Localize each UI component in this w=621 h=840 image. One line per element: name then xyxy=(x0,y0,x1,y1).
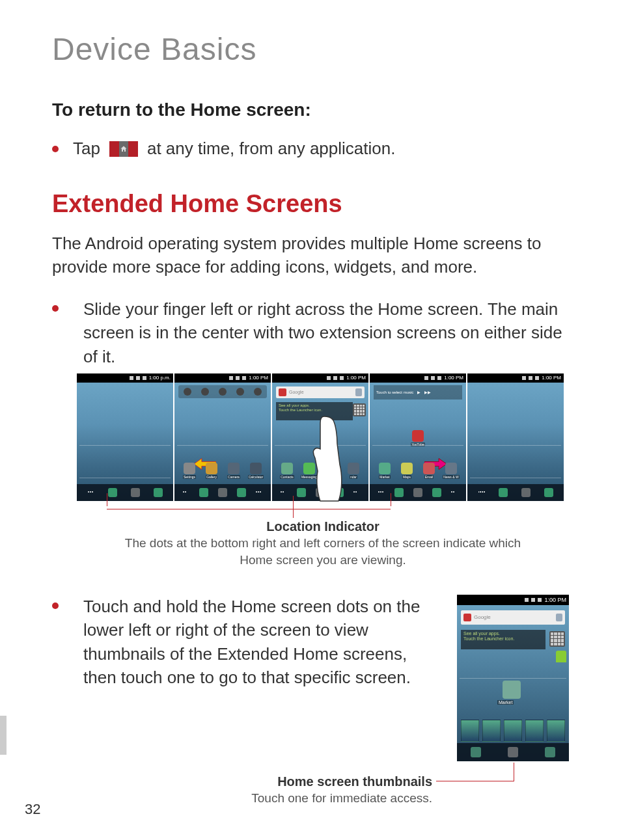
dock-bar xyxy=(370,484,466,501)
callout2-title: Home screen thumbnails xyxy=(277,774,432,789)
play-icon: ▶ xyxy=(417,390,421,394)
status-time: 1:00 p.m. xyxy=(149,375,171,381)
phone-icon xyxy=(108,488,117,497)
apps-grid-icon xyxy=(508,747,518,757)
callout1-title: Location Indicator xyxy=(77,519,569,534)
home-thumbnail xyxy=(525,720,544,742)
launcher-tip: See all your apps. Touch the Launcher ic… xyxy=(461,630,545,649)
bullet2-text: Touch and hold the Home screen dots on t… xyxy=(83,595,441,690)
bullet-icon xyxy=(52,146,59,152)
next-icon: ▶▶ xyxy=(424,390,431,394)
mic-icon xyxy=(556,614,562,621)
home-screen-5: 1:00 PM xyxy=(467,373,564,501)
chapter-title: Device Basics xyxy=(52,31,569,67)
google-search-widget: Google xyxy=(461,610,565,625)
callout2-sub: Touch one for immediate access. xyxy=(251,791,432,806)
status-bar: 1:00 PM xyxy=(370,373,466,383)
tap-text-after: at any time, from any application. xyxy=(147,139,396,159)
return-home-heading: To return to the Home screen: xyxy=(52,100,569,120)
status-bar: 1:00 PM xyxy=(467,373,564,383)
music-prompt: Touch to select music xyxy=(376,390,413,394)
status-bar: 1:00 PM xyxy=(272,373,368,383)
tap-instruction: Tap at any time, from any application. xyxy=(52,139,569,159)
music-widget: Touch to select music ▶ ▶▶ xyxy=(374,385,462,400)
status-bar: 1:00 PM xyxy=(174,373,271,383)
search-placeholder: Google xyxy=(474,614,491,620)
bullet-icon xyxy=(52,305,59,312)
callout1-sub: The dots at the bottom right and left co… xyxy=(116,535,530,568)
google-search-widget: Google xyxy=(276,386,365,398)
bullet-slide: Slide your finger left or right across t… xyxy=(52,297,569,368)
dock-bar xyxy=(457,743,569,761)
dock-bar xyxy=(174,484,271,501)
google-icon xyxy=(463,614,471,621)
finger-icon xyxy=(306,413,345,504)
intro-body: The Android operating system provides mu… xyxy=(52,232,569,279)
tap-text-before: Tap xyxy=(73,139,100,159)
search-placeholder: Google xyxy=(289,390,304,394)
status-time: 1:00 PM xyxy=(542,375,561,381)
callout-thumbnails: Home screen thumbnails Touch one for imm… xyxy=(52,774,569,820)
home-screen-1: 1:00 p.m. xyxy=(77,373,173,501)
page-number: 32 xyxy=(25,801,40,818)
phone-icon xyxy=(471,747,481,757)
power-control-widget xyxy=(178,385,267,398)
status-time: 1:00 PM xyxy=(544,597,566,603)
home-thumbnail xyxy=(504,720,522,742)
home-screen-4: 1:00 PM Touch to select music ▶ ▶▶ YouTu… xyxy=(370,373,466,501)
android-icon xyxy=(556,651,566,662)
dock-bar xyxy=(467,484,564,501)
home-thumbnail xyxy=(482,720,501,742)
section-heading: Extended Home Screens xyxy=(52,190,569,218)
figure-extended-screens: 1:00 p.m. 1:00 PM xyxy=(77,373,569,573)
bullet-icon xyxy=(52,603,59,609)
google-icon xyxy=(279,388,286,396)
status-time: 1:00 PM xyxy=(249,375,268,381)
launcher-grid-icon xyxy=(353,403,366,416)
home-button-icon xyxy=(109,141,138,157)
market-icon xyxy=(503,681,521,699)
house-icon xyxy=(120,145,128,153)
dock-dots-left xyxy=(88,491,94,494)
browser-icon xyxy=(545,747,555,757)
apps-grid-icon xyxy=(131,488,140,497)
home-screen-2: 1:00 PM Settings Gallery Camera Calculat… xyxy=(174,373,271,501)
status-time: 1:00 PM xyxy=(444,375,463,381)
callout-location-indicator: Location Indicator The dots at the botto… xyxy=(77,501,569,573)
bullet1-text: Slide your finger left or right across t… xyxy=(83,297,569,368)
status-time: 1:00 PM xyxy=(346,375,366,381)
launcher-grid-icon xyxy=(549,631,565,647)
bullet-thumbnails-row: Touch and hold the Home screen dots on t… xyxy=(52,595,569,761)
mic-icon xyxy=(355,388,362,396)
home-thumbnail xyxy=(461,720,479,742)
dock-bar xyxy=(77,484,173,501)
browser-icon xyxy=(154,488,163,497)
status-bar: 1:00 PM xyxy=(457,595,569,605)
home-thumbnail xyxy=(547,720,565,742)
page: Device Basics To return to the Home scre… xyxy=(0,0,621,840)
home-thumbnails-row xyxy=(461,720,565,742)
status-bar: 1:00 p.m. xyxy=(77,373,173,383)
figure-thumbnail-screen: 1:00 PM Google See all your apps. Touch … xyxy=(457,595,569,761)
market-label: Market xyxy=(497,700,514,705)
page-edge-tab xyxy=(0,716,7,755)
